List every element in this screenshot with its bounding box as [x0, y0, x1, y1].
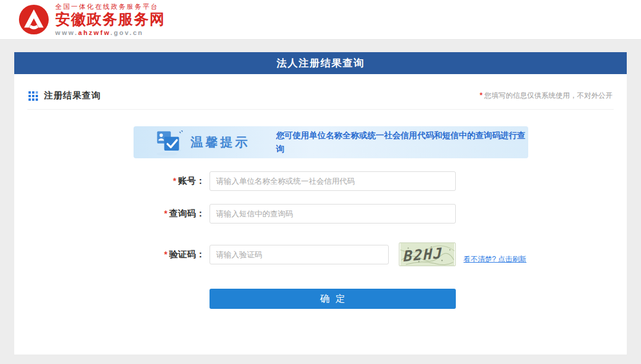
required-asterisk: *	[164, 209, 167, 218]
page: 全国一体化在线政务服务平台 安徽政务服务网 www.ahzwfw.gov.cn …	[0, 0, 641, 355]
form-row-captcha: *验证码： B2HJ	[134, 242, 614, 266]
url-highlight: ahzwfw	[78, 29, 110, 36]
platform-name: 全国一体化在线政务服务平台	[55, 3, 166, 10]
site-logo[interactable]: 全国一体化在线政务服务平台 安徽政务服务网 www.ahzwfw.gov.cn	[18, 3, 166, 36]
id-check-icon	[155, 129, 183, 157]
label-separator: ：	[196, 249, 205, 259]
tip-message: 您可使用单位名称全称或统一社会信用代码和短信中的查询码进行查询	[276, 129, 528, 156]
form-row-querycode: *查询码：	[134, 204, 614, 223]
form-row-account: *账号：	[134, 171, 614, 191]
section-header: 注册结果查询 *您填写的信息仅供系统使用，不对外公开	[27, 74, 614, 110]
captcha-label-text: 验证码	[169, 249, 196, 259]
tip-title: 温馨提示	[191, 134, 250, 151]
site-url: www.ahzwfw.gov.cn	[55, 29, 166, 36]
label-separator: ：	[196, 208, 205, 218]
note-text: 您填写的信息仅供系统使用，不对外公开	[484, 91, 613, 100]
submit-row: 确定	[210, 289, 614, 309]
confirm-button[interactable]: 确定	[210, 289, 456, 309]
url-suffix: .gov.cn	[110, 29, 144, 36]
privacy-note: *您填写的信息仅供系统使用，不对外公开	[480, 91, 613, 101]
url-prefix: www.	[55, 29, 78, 36]
site-name: 安徽政务服务网	[55, 11, 166, 28]
querycode-input[interactable]	[210, 204, 456, 223]
note-asterisk: *	[480, 91, 483, 100]
section-left: 注册结果查询	[28, 90, 101, 101]
captcha-input[interactable]	[210, 245, 389, 264]
site-header: 全国一体化在线政务服务平台 安徽政务服务网 www.ahzwfw.gov.cn	[0, 0, 641, 40]
card-body: 注册结果查询 *您填写的信息仅供系统使用，不对外公开	[14, 74, 627, 309]
querycode-label: *查询码：	[134, 208, 210, 219]
required-asterisk: *	[173, 176, 176, 186]
query-card: 法人注册结果查询 注册结果查询 *您填写的信息仅供系统使用，不对外公开	[14, 52, 627, 355]
section-title: 注册结果查询	[44, 90, 101, 101]
captcha-refresh-link[interactable]: 看不清楚? 点击刷新	[464, 254, 526, 264]
grid-icon	[28, 91, 38, 101]
page-title: 法人注册结果查询	[277, 56, 364, 70]
account-input[interactable]	[210, 171, 456, 191]
captcha-label: *验证码：	[134, 249, 210, 260]
logo-text: 全国一体化在线政务服务平台 安徽政务服务网 www.ahzwfw.gov.cn	[55, 3, 166, 36]
captcha-text: B2HJ	[403, 244, 443, 265]
required-asterisk: *	[164, 250, 167, 259]
account-label-text: 账号	[178, 175, 196, 186]
querycode-label-text: 查询码	[169, 208, 196, 218]
page-title-bar: 法人注册结果查询	[14, 52, 627, 74]
anhui-emblem-icon	[18, 4, 50, 36]
captcha-image[interactable]: B2HJ	[399, 242, 456, 266]
label-separator: ：	[196, 175, 205, 186]
account-label: *账号：	[134, 175, 210, 187]
tips-banner: 温馨提示 您可使用单位名称全称或统一社会信用代码和短信中的查询码进行查询	[134, 126, 528, 158]
query-form: *账号： *查询码： *验证码：	[27, 171, 614, 309]
